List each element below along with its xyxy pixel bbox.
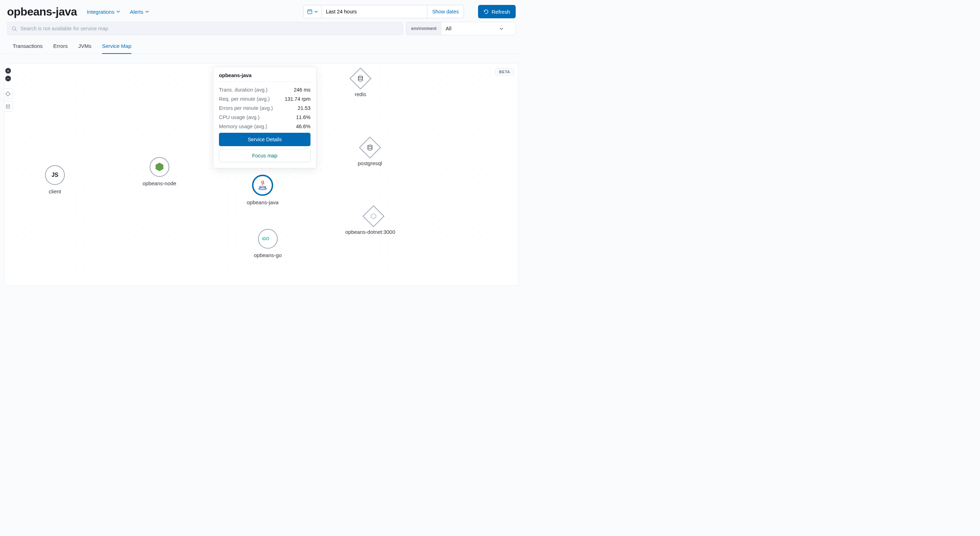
svg-marker-21 — [156, 163, 163, 171]
integrations-link[interactable]: Integrations — [87, 9, 120, 15]
svg-point-17 — [6, 107, 7, 108]
zoom-in-button[interactable]: + — [5, 68, 11, 73]
svg-line-5 — [15, 30, 16, 31]
grid-button[interactable] — [4, 101, 13, 112]
alerts-link[interactable]: Alerts — [130, 9, 149, 15]
search-input: Search is not available for service map — [7, 22, 403, 35]
calendar-icon — [307, 9, 312, 14]
zoom-out-button[interactable]: − — [5, 76, 11, 81]
metric-row: Memory usage (avg.)46.6% — [219, 124, 310, 129]
refresh-icon — [484, 9, 488, 14]
datepicker-quick-button[interactable] — [304, 5, 322, 18]
metric-row: Trans. duration (avg.)246 ms — [219, 87, 310, 93]
chevron-down-icon — [116, 10, 120, 13]
beta-badge: BETA — [495, 68, 514, 76]
grid-icon — [6, 104, 10, 109]
service-map-edges — [5, 64, 110, 116]
environment-select[interactable]: All — [441, 22, 515, 35]
metric-row: Errors per minute (avg.)21.53 — [219, 105, 310, 111]
svg-rect-0 — [308, 10, 312, 14]
tab-transactions[interactable]: Transactions — [13, 40, 43, 54]
page-title: opbeans-java — [7, 5, 77, 18]
metric-row: CPU usage (avg.)11.6% — [219, 115, 310, 120]
center-button[interactable] — [4, 88, 13, 99]
svg-point-4 — [12, 26, 16, 30]
chevron-down-icon — [500, 27, 503, 30]
refresh-button[interactable]: Refresh — [478, 5, 516, 18]
svg-point-23 — [259, 188, 266, 190]
database-icon — [367, 144, 373, 151]
node-opbeans-java[interactable]: opbeans-java — [247, 175, 278, 205]
tab-jvms[interactable]: JVMs — [78, 40, 92, 54]
svg-point-15 — [7, 106, 8, 107]
search-icon — [12, 26, 17, 31]
svg-point-13 — [9, 104, 10, 105]
chevron-down-icon — [314, 10, 318, 13]
svg-point-14 — [6, 106, 7, 107]
svg-point-11 — [6, 104, 7, 105]
svg-point-22 — [259, 186, 266, 188]
crosshair-icon — [5, 91, 11, 96]
svg-point-27 — [358, 76, 363, 78]
database-icon — [357, 75, 364, 82]
service-map-canvas[interactable]: + − BETA — [4, 64, 519, 286]
metric-row: Req. per minute (avg.)131.74 rpm — [219, 96, 310, 102]
js-icon: JS — [51, 172, 59, 178]
svg-point-16 — [9, 106, 10, 107]
tab-errors[interactable]: Errors — [53, 40, 68, 54]
node-opbeans-node[interactable]: opbeans-node — [143, 157, 177, 186]
node-postgresql[interactable]: postgresql — [358, 138, 382, 166]
focus-map-button[interactable]: Focus map — [219, 149, 310, 162]
show-dates-button[interactable]: Show dates — [427, 5, 464, 18]
node-opbeans-dotnet[interactable]: opbeans-dotnet:3000 — [345, 206, 395, 235]
daterange-input[interactable] — [322, 5, 427, 18]
service-details-button[interactable]: Service Details — [219, 133, 310, 146]
svg-point-12 — [7, 104, 8, 105]
java-icon — [258, 180, 267, 190]
go-icon: GO — [262, 236, 274, 242]
environment-label: environment — [406, 22, 441, 35]
svg-text:GO: GO — [262, 236, 269, 241]
svg-point-18 — [7, 107, 8, 108]
tab-service-map[interactable]: Service Map — [102, 40, 131, 54]
hexagon-icon — [371, 214, 376, 219]
chevron-down-icon — [145, 10, 149, 13]
nodejs-icon — [155, 162, 164, 172]
svg-marker-29 — [371, 214, 376, 219]
svg-point-28 — [368, 145, 372, 147]
svg-point-6 — [6, 92, 9, 95]
svg-point-19 — [9, 107, 10, 108]
node-redis[interactable]: redis — [353, 69, 368, 97]
node-client[interactable]: JS client — [45, 165, 65, 195]
node-opbeans-go[interactable]: GO opbeans-go — [254, 229, 282, 258]
service-popover: opbeans-java Trans. duration (avg.)246 m… — [213, 67, 317, 168]
popover-title: opbeans-java — [219, 73, 310, 82]
